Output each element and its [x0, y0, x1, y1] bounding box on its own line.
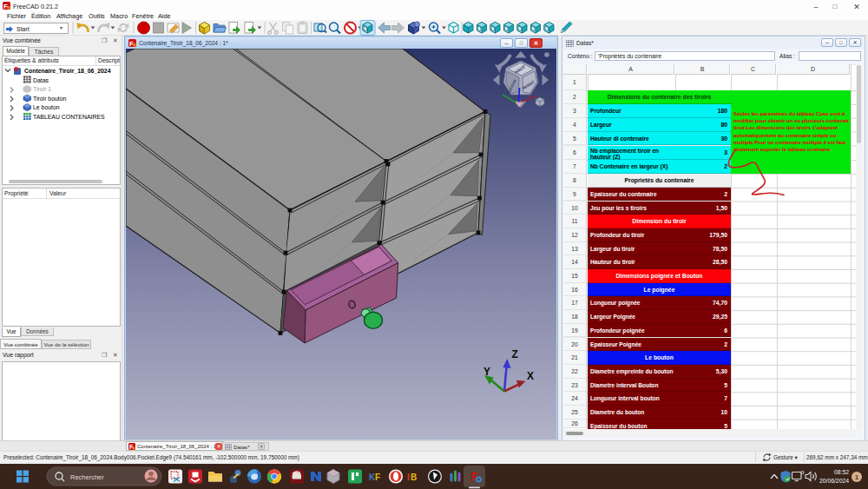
- svg-text:Contenaire_Tiroir_18_06_2024: Contenaire_Tiroir_18_06_2024: [24, 68, 111, 74]
- svg-text:TABLEAU CONTENAIRES: TABLEAU CONTENAIRES: [33, 114, 105, 120]
- svg-text:Tiroir 1: Tiroir 1: [33, 86, 51, 92]
- svg-text:08:52: 08:52: [834, 469, 849, 475]
- svg-text:F: F: [375, 472, 380, 482]
- svg-text:Y: Y: [483, 366, 490, 378]
- svg-text:Datas: Datas: [33, 77, 49, 83]
- svg-text:1: 1: [855, 473, 859, 481]
- svg-text:Rechercher: Rechercher: [70, 473, 104, 481]
- svg-text:B: B: [411, 472, 417, 482]
- svg-text:X: X: [527, 370, 534, 382]
- svg-text:Z: Z: [512, 348, 518, 360]
- svg-text:Tiroir bouton: Tiroir bouton: [33, 96, 67, 102]
- svg-text:I: I: [407, 472, 410, 482]
- svg-text:20/06/2024: 20/06/2024: [819, 478, 849, 484]
- svg-text:Le bouton: Le bouton: [33, 104, 60, 110]
